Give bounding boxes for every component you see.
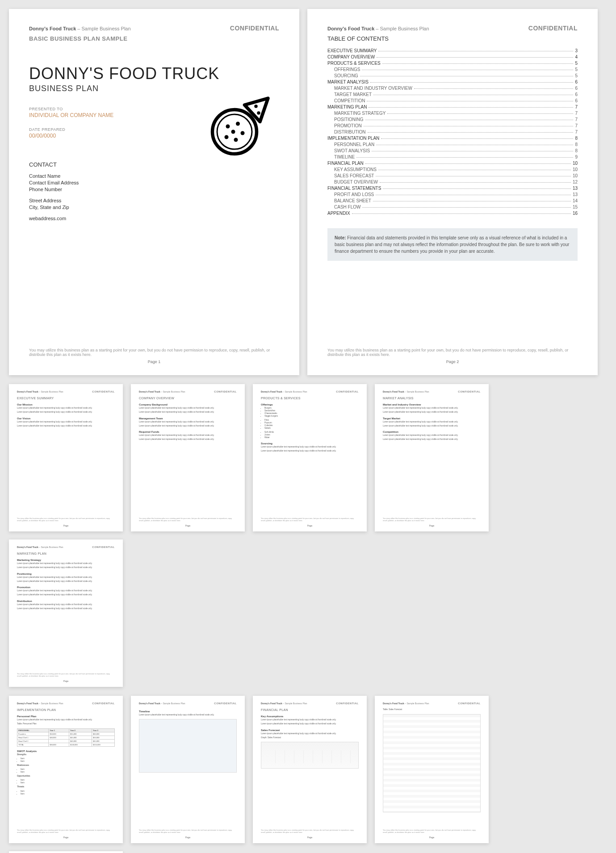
- toc-page: 13: [573, 192, 578, 197]
- page-number: Page: [261, 836, 359, 839]
- svg-point-3: [236, 122, 240, 126]
- toc-label: SALES FORECAST: [334, 173, 374, 178]
- toc-page: 5: [575, 73, 578, 78]
- body-text: Lorem ipsum placeholder text representin…: [139, 434, 237, 437]
- toc-page: 9: [575, 155, 578, 159]
- svg-point-7: [231, 130, 235, 134]
- subsection-heading: Competition: [383, 431, 481, 433]
- toc-row: OFFERINGS5: [327, 67, 578, 72]
- page-number: Page: [17, 836, 115, 839]
- toc-label: EXECUTIVE SUMMARY: [327, 48, 377, 53]
- toc-row: TARGET MARKET6: [327, 92, 578, 97]
- body-text: Lorem ipsum placeholder text representin…: [261, 446, 359, 448]
- confidential-stamp: CONFIDENTIAL: [458, 702, 481, 705]
- section-heading: EXECUTIVE SUMMARY: [17, 397, 115, 400]
- body-text: Lorem ipsum placeholder text representin…: [17, 576, 115, 579]
- toc-label: DISTRIBUTION: [334, 130, 366, 134]
- toc-page: 4: [575, 54, 578, 59]
- header: Donny's Food Truck – Sample Business Pla…: [327, 25, 578, 32]
- toc-dots: [365, 120, 574, 120]
- header-left: Donny's Food Truck – Sample Business Pla…: [29, 26, 131, 31]
- toc-row: FINANCIAL PLAN10: [327, 161, 578, 166]
- toc-label: OFFERINGS: [334, 67, 360, 72]
- subsection-heading: Company Background: [139, 403, 237, 406]
- body-text: Lorem ipsum placeholder text representin…: [261, 723, 359, 725]
- body-text: Lorem ipsum placeholder text representin…: [139, 411, 237, 414]
- body-text: Lorem ipsum placeholder text representin…: [261, 719, 359, 721]
- toc-page: 15: [573, 205, 578, 209]
- toc-page: 6: [575, 92, 578, 97]
- toc-dots: [383, 188, 570, 189]
- section-heading: PRODUCTS & SERVICES: [261, 397, 359, 400]
- toc-label: COMPANY OVERVIEW: [327, 54, 375, 59]
- toc-dots: [381, 138, 573, 139]
- confidential-stamp: CONFIDENTIAL: [92, 546, 115, 548]
- toc-dots: [369, 107, 573, 108]
- toc-label: KEY ASSUMPTIONS: [334, 167, 377, 172]
- footer-disclaimer: You may utilize this business plan as a …: [261, 517, 359, 522]
- sales-forecast-table: [383, 714, 481, 812]
- toc-page: 7: [575, 105, 578, 109]
- toc-row: MARKETING PLAN7: [327, 105, 578, 109]
- toc-page: 6: [575, 98, 578, 103]
- sales-forecast-chart: [261, 742, 359, 769]
- toc-dots: [362, 207, 570, 208]
- toc-row: TIMELINE9: [327, 155, 578, 159]
- table-label: Table: Personnel Plan: [17, 723, 115, 725]
- confidential-stamp: CONFIDENTIAL: [458, 390, 481, 393]
- header: Donny's Food Truck – Sample Business Pla…: [29, 25, 279, 32]
- toc-page: 10: [573, 167, 578, 172]
- body-text: Lorem ipsum placeholder text representin…: [383, 421, 481, 423]
- toc-label: MARKET AND INDUSTRY OVERVIEW: [334, 86, 412, 91]
- contact-name: Contact Name: [29, 173, 279, 179]
- toc-dots: [360, 76, 574, 76]
- svg-point-5: [234, 138, 238, 142]
- toc-page: 8: [575, 148, 578, 153]
- toc-page: 7: [575, 117, 578, 122]
- toc-page: 8: [575, 142, 578, 147]
- footer-disclaimer: You may utilize this business plan as a …: [139, 517, 237, 522]
- toc-list: EXECUTIVE SUMMARY3COMPANY OVERVIEW4PRODU…: [327, 48, 578, 217]
- confidential-stamp: CONFIDENTIAL: [528, 25, 578, 32]
- body-text: Lorem ipsum placeholder text representin…: [17, 580, 115, 583]
- toc-dots: [370, 82, 574, 83]
- subsection-heading: Promotion: [17, 586, 115, 589]
- body-text: Lorem ipsum placeholder text representin…: [383, 407, 481, 410]
- toc-row: SALES FORECAST10: [327, 173, 578, 178]
- body-text: Lorem ipsum placeholder text representin…: [261, 732, 359, 735]
- toc-row: PRODUCTS & SERVICES5: [327, 61, 578, 66]
- toc-label: IMPLEMENTATION PLAN: [327, 136, 379, 141]
- toc-row: COMPETITION6: [327, 98, 578, 103]
- toc-row: POSITIONING7: [327, 117, 578, 122]
- section-heading: MARKET ANALYSIS: [383, 397, 481, 400]
- section-heading: IMPLEMENTATION PLAN: [17, 708, 115, 711]
- page-number: Page 1: [29, 360, 279, 364]
- footer-disclaimer: You may utilize this business plan as a …: [17, 829, 115, 833]
- toc-dots: [368, 132, 574, 133]
- subsection-heading: Our Vision: [17, 417, 115, 420]
- confidential-stamp: CONFIDENTIAL: [92, 390, 115, 393]
- subsection-heading: Distribution: [17, 600, 115, 602]
- footer-disclaimer: You may utilize this business plan as a …: [29, 348, 279, 357]
- toc-row: COMPANY OVERVIEW4: [327, 54, 578, 59]
- toc-label: APPENDIX: [327, 211, 350, 216]
- note-body: Financial data and statements provided i…: [335, 235, 569, 254]
- toc-label: BALANCE SHEET: [334, 198, 371, 203]
- page-thumb: Donny's Food Truck – Sample Business Pla…: [131, 696, 245, 843]
- toc-row: MARKET AND INDUSTRY OVERVIEW6: [327, 86, 578, 91]
- page-thumb: Donny's Food Truck – Sample Business Pla…: [253, 384, 367, 531]
- svg-point-9: [257, 111, 260, 115]
- toc-dots: [378, 170, 571, 170]
- personnel-table: PERSONNELYear 1Year 2Year 3Founders$50,0…: [17, 728, 115, 747]
- toc-label: COMPETITION: [334, 98, 365, 103]
- toc-row: DISTRIBUTION7: [327, 130, 578, 134]
- body-text: Lorem ipsum placeholder text representin…: [139, 438, 237, 441]
- subsection-heading: Positioning: [17, 573, 115, 575]
- svg-point-4: [225, 135, 229, 139]
- contact-email: Contact Email Address: [29, 180, 279, 185]
- contact-street: Street Address: [29, 198, 279, 203]
- toc-dots: [373, 95, 573, 95]
- page-number: Page: [261, 524, 359, 527]
- toc-label: TIMELINE: [334, 155, 355, 159]
- toc-page: 8: [575, 136, 578, 141]
